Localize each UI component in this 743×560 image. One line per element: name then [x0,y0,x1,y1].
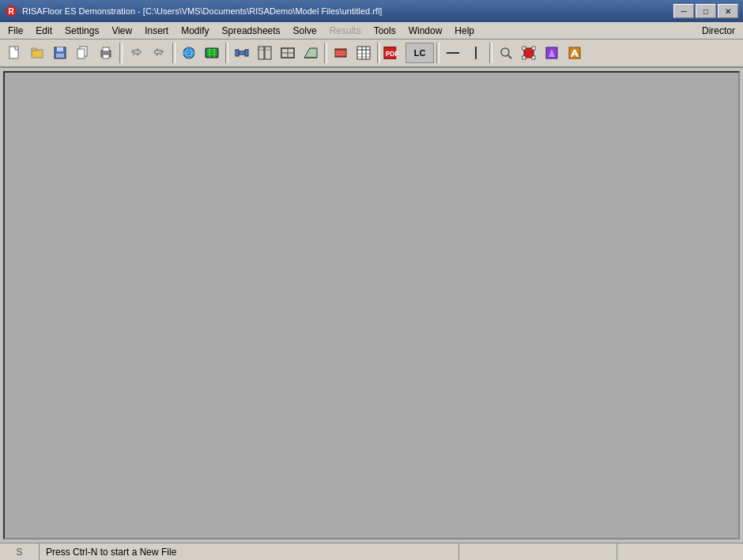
status-icon-label: S [16,547,22,558]
svg-rect-6 [57,47,63,51]
menu-help[interactable]: Help [448,22,481,39]
menu-spreadsheets[interactable]: Spreadsheets [216,22,287,39]
svg-rect-51 [522,47,526,50]
separator-5 [377,43,380,63]
copy-button[interactable] [72,43,94,63]
separator-2 [172,43,175,63]
undo-button[interactable] [125,43,147,63]
svg-rect-27 [265,47,271,59]
beam-button[interactable] [231,43,253,63]
minimize-button[interactable]: ─ [673,4,694,18]
deck-button[interactable] [330,43,352,63]
svg-rect-4 [32,48,36,51]
svg-rect-35 [335,49,346,57]
status-message: Press Ctrl-N to start a New File [40,547,458,558]
toolbar: PDF LC [0,39,743,68]
separator-6 [436,43,439,63]
director-label: Director [696,24,741,38]
svg-rect-25 [245,50,248,56]
new-file-button[interactable] [3,43,25,63]
status-icon: S [0,543,40,560]
svg-rect-38 [357,47,370,59]
lc-button[interactable]: LC [405,43,434,63]
slab-button[interactable] [300,43,322,63]
magnify-button[interactable] [495,43,517,63]
svg-rect-26 [258,47,264,59]
menu-settings[interactable]: Settings [58,22,105,39]
wall-button[interactable] [277,43,299,63]
menu-modify[interactable]: Modify [175,22,215,39]
app-icon: R [5,5,17,17]
status-right-panel [458,543,617,560]
svg-point-48 [501,48,509,56]
window-controls: ─ □ ✕ [673,4,738,18]
svg-rect-57 [569,47,580,58]
brush-button[interactable] [564,43,586,63]
menu-solve[interactable]: Solve [287,22,323,39]
table-button[interactable] [353,43,375,63]
maximize-button[interactable]: □ [696,4,716,18]
red-box-button[interactable] [518,43,540,63]
svg-rect-7 [56,54,64,58]
status-right2-panel [617,543,743,560]
svg-text:PDF: PDF [386,50,399,58]
title-bar: R RISAFloor ES Demonstration - [C:\Users… [0,0,743,22]
svg-rect-24 [236,50,239,56]
svg-rect-54 [532,56,535,59]
svg-text:R: R [8,7,14,16]
svg-marker-33 [304,48,317,58]
separator-1 [119,43,123,63]
menu-insert[interactable]: Insert [138,22,175,39]
svg-rect-11 [103,47,109,51]
menu-file[interactable]: File [2,22,29,39]
vline-button[interactable] [465,43,487,63]
svg-rect-12 [103,54,109,58]
main-canvas [3,71,740,539]
column-button[interactable] [254,43,276,63]
hline-button[interactable] [442,43,464,63]
separator-4 [324,43,327,63]
redo-button[interactable] [148,43,170,63]
close-button[interactable]: ✕ [718,4,738,18]
pdf-button[interactable]: PDF [383,43,405,63]
menu-results[interactable]: Results [323,22,368,39]
globe-button[interactable] [178,43,200,63]
menu-view[interactable]: View [105,22,138,39]
svg-rect-2 [9,47,18,58]
status-bar: S Press Ctrl-N to start a New File [0,543,743,560]
menu-window[interactable]: Window [402,22,449,39]
separator-3 [225,43,228,63]
model-button[interactable] [201,43,223,63]
svg-line-49 [508,55,511,58]
print-button[interactable] [95,43,117,63]
menu-bar: File Edit Settings View Insert Modify Sp… [0,22,743,39]
purple-button[interactable] [541,43,563,63]
separator-7 [489,43,492,63]
title-text: RISAFloor ES Demonstration - [C:\Users\V… [22,6,382,16]
title-bar-left: R RISAFloor ES Demonstration - [C:\Users… [5,5,382,17]
svg-rect-52 [532,47,535,50]
menu-edit[interactable]: Edit [29,22,58,39]
save-button[interactable] [49,43,71,63]
open-button[interactable] [26,43,48,63]
svg-rect-53 [522,56,526,59]
svg-rect-9 [77,49,85,58]
menu-tools[interactable]: Tools [368,22,402,39]
